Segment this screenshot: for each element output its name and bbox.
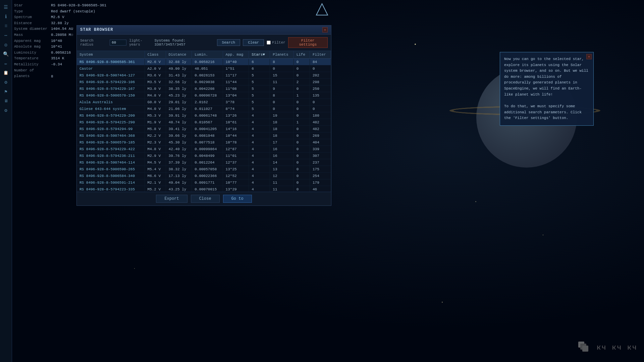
cell-row17-col0: RS 8496-928-8-5906584-340	[77, 173, 145, 179]
table-row[interactable]: RS 8496-928-8-5794236-211M2.9 V39.76 ly0…	[77, 153, 331, 159]
sidebar-icon-gear[interactable]: ⚙	[2, 78, 10, 86]
browser-close-button[interactable]: ✕	[322, 27, 328, 33]
cell-row7-col4: 8ᵐ74	[223, 106, 249, 112]
sidebar-icon-target[interactable]: ◎	[2, 41, 10, 48]
cell-row11-col3: 0.0081948	[192, 132, 223, 139]
cell-row1-col5: 6	[249, 65, 270, 72]
cell-row1-col1: A2.0 V	[145, 65, 166, 72]
cell-row16-col8: 175	[310, 166, 331, 173]
info-value-spectrum: M2.6 V	[51, 15, 64, 19]
cell-row6-col2: 29.01 ly	[166, 99, 192, 106]
table-row[interactable]: RS 8496-928-8-5907464-127M3.6 V31.43 ly0…	[77, 72, 331, 79]
cell-row7-col7: 0	[293, 106, 310, 112]
cell-row17-col7: 0	[293, 173, 310, 179]
filter-checkbox-label[interactable]: Filter	[267, 41, 285, 45]
col-stars[interactable]: Stars▼	[249, 51, 270, 59]
cell-row14-col7: 0	[293, 153, 310, 159]
table-row[interactable]: RS 8496-928-8-5794225-290M1.9 V48.74 ly0…	[77, 119, 331, 126]
sidebar-icon-screen[interactable]: 🖥	[2, 97, 10, 105]
cell-row4-col5: 5	[249, 85, 270, 92]
col-distance[interactable]: Distance	[166, 51, 192, 59]
table-row[interactable]: RS 8496-928-8-5794223-335M5.2 V43.25 ly0…	[77, 186, 331, 192]
col-filter[interactable]: Filter	[310, 51, 331, 59]
cell-row5-col3: 0.00096728	[192, 92, 223, 99]
star-table-wrapper[interactable]: System Class Distance Lumin. App. mag St…	[77, 51, 331, 192]
tooltip-close-button[interactable]: ✕	[586, 54, 592, 59]
col-appmag[interactable]: App. mag	[223, 51, 249, 59]
cell-row10-col3: 0.00041205	[192, 126, 223, 132]
col-life[interactable]: Life	[293, 51, 310, 59]
cell-row9-col7: 1	[293, 119, 310, 126]
table-row[interactable]: RS 8496-928-8-5906585-361M2.6 V32.88 ly0…	[77, 59, 331, 65]
cell-row8-col8: 180	[310, 112, 331, 119]
table-row[interactable]: RS 8496-928-8-5794294-99M5.8 V39.41 ly0.…	[77, 126, 331, 132]
cell-row8-col6: 19	[270, 112, 293, 119]
cell-row16-col4: 13ᵐ25	[223, 166, 249, 173]
export-button[interactable]: Export	[156, 195, 187, 203]
table-row[interactable]: CastorA2.0 V49.90 ly48.0511ᵐ516000	[77, 65, 331, 72]
info-label-planets: Number of planets	[14, 68, 51, 79]
cell-row1-col4: 1ᵐ51	[223, 65, 249, 72]
cell-row6-col0: Alula Australis	[77, 99, 145, 106]
cell-row17-col6: 12	[270, 173, 293, 179]
filter-checkbox[interactable]	[267, 41, 271, 45]
cell-row16-col7: 0	[293, 166, 310, 173]
clear-button[interactable]: Clear	[243, 39, 264, 46]
close-button[interactable]: Close	[191, 195, 220, 203]
table-row[interactable]: RS 8496-928-8-5907464-368M2.2 V39.66 ly0…	[77, 132, 331, 139]
cell-row13-col2: 42.40 ly	[166, 146, 192, 153]
info-label-temp: Temperature	[14, 56, 51, 62]
table-row[interactable]: RS 8496-928-8-5907464-114M4.5 V37.39 ly0…	[77, 159, 331, 166]
table-row[interactable]: RS 8496-928-8-5906584-340M6.6 V17.13 ly0…	[77, 173, 331, 179]
sidebar-icon-flag[interactable]: ⚑	[2, 88, 10, 95]
table-row[interactable]: RS 8496-928-8-5794229-106M3.5 V32.56 ly0…	[77, 79, 331, 85]
sidebar-icon-menu[interactable]: ☰	[2, 3, 10, 11]
cell-row14-col5: 4	[249, 153, 270, 159]
table-row[interactable]: RS 8496-928-8-5794229-200M5.3 V39.91 ly0…	[77, 112, 331, 119]
table-row[interactable]: RS 8496-928-8-5906570-150M4.8 V45.23 ly0…	[77, 92, 331, 99]
cell-row5-col7: 1	[293, 92, 310, 99]
info-label-diameter: System diameter	[14, 26, 51, 32]
cell-row10-col4: 14ᵐ16	[223, 126, 249, 132]
sidebar-icon-search[interactable]: 🔍	[2, 50, 10, 58]
table-row[interactable]: RS 8496-928-8-5794229-422M4.8 V42.40 ly0…	[77, 146, 331, 153]
cell-row4-col4: 11ᵐ08	[223, 85, 249, 92]
col-system[interactable]: System	[77, 51, 145, 59]
sidebar-icon-clipboard[interactable]: 📋	[2, 69, 10, 76]
table-row[interactable]: RS 8496-928-8-5906590-265M5.4 V38.32 ly0…	[77, 166, 331, 173]
table-row[interactable]: Gliese 643-644 systemM4.0 V21.06 ly0.011…	[77, 106, 331, 112]
col-class[interactable]: Class	[145, 51, 166, 59]
info-label-absmag: Absolute mag	[14, 44, 51, 50]
nav-triangle	[315, 3, 329, 18]
cell-row7-col3: 0.011027	[192, 106, 223, 112]
table-row[interactable]: RS 8496-928-8-5906579-185M2.3 V45.30 ly0…	[77, 139, 331, 146]
cell-row2-col1: M3.6 V	[145, 72, 166, 79]
cell-row0-col3: 0.0058216	[192, 59, 223, 65]
col-lumin[interactable]: Lumin.	[192, 51, 223, 59]
sidebar-icon-settings[interactable]: ⚙	[2, 107, 10, 114]
cell-row9-col3: 0.010567	[192, 119, 223, 126]
goto-button[interactable]: Go to	[223, 195, 252, 203]
sidebar-icon-dots[interactable]: ⋯	[2, 32, 10, 39]
cell-row18-col6: 11	[270, 179, 293, 186]
sidebar: ☰ ℹ ⁞⁞ ⋯ ◎ 🔍 ✏ 📋 ⚙ ⚑ 🖥 ⚙	[0, 0, 12, 362]
watermark: кч кч кч	[577, 340, 637, 355]
cell-row10-col0: RS 8496-928-8-5794294-99	[77, 126, 145, 132]
table-row[interactable]: RS 8496-928-8-5906591-214M2.1 V49.04 ly0…	[77, 179, 331, 186]
star-dot	[134, 268, 135, 269]
cell-row11-col1: M2.2 V	[145, 132, 166, 139]
filter-settings-button[interactable]: Filter settings	[288, 37, 328, 48]
info-value-type: Red dwarf (sextuple)	[51, 9, 95, 13]
sidebar-icon-layers[interactable]: ⁞⁞	[2, 22, 10, 29]
info-value-star: RS 8496-928-8-5906585-361	[51, 3, 106, 7]
cell-row15-col0: RS 8496-928-8-5907464-114	[77, 159, 145, 166]
table-row[interactable]: Alula AustralisG0.0 V29.01 ly2.01623ᵐ785…	[77, 99, 331, 106]
sidebar-icon-pencil[interactable]: ✏	[2, 60, 10, 67]
col-planets[interactable]: Planets	[270, 51, 293, 59]
cell-row11-col2: 39.66 ly	[166, 132, 192, 139]
search-button[interactable]: Search	[217, 39, 240, 46]
table-row[interactable]: RS 8496-928-8-5794229-167M3.0 V38.35 ly0…	[77, 85, 331, 92]
search-radius-input[interactable]	[110, 40, 126, 46]
sidebar-icon-info[interactable]: ℹ	[2, 13, 10, 20]
cell-row2-col8: 202	[310, 72, 331, 79]
